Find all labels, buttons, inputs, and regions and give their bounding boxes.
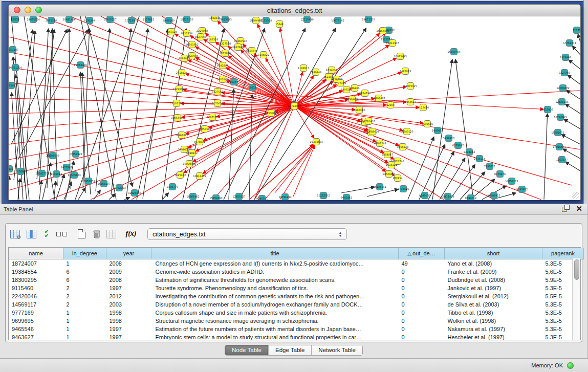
table-cell[interactable]: 9699695 [9, 317, 63, 325]
table-row[interactable]: 1938455462009Genome-wide association stu… [9, 268, 584, 276]
table-cell[interactable]: 0 [399, 325, 445, 333]
function-builder-icon[interactable]: f(x) [125, 228, 137, 240]
column-header-year[interactable]: year [106, 248, 151, 259]
table-cell[interactable]: 9777169 [9, 309, 63, 317]
node-table-grid[interactable]: namein_degreeyeartitle△out_de…shortpager… [9, 248, 584, 341]
table-cell[interactable]: Franke et al. (2009) [445, 268, 542, 276]
table-cell[interactable]: 1998 [106, 309, 151, 317]
table-row[interactable]: 977716911998Corpus callosum shape and si… [9, 309, 584, 317]
table-cell[interactable]: Yano et al. (2008) [445, 259, 542, 268]
table-cell[interactable]: 0 [399, 309, 445, 317]
table-cell[interactable]: 1997 [106, 284, 151, 292]
row-display-icon[interactable] [55, 228, 68, 240]
table-cell[interactable]: 9463627 [9, 333, 63, 341]
table-cell[interactable]: 1998 [106, 317, 151, 325]
table-cell[interactable]: 2009 [106, 268, 151, 276]
network-canvas[interactable]: 1663824055724205531020691406913130410655… [9, 16, 580, 200]
table-row[interactable]: 2242004622012Investigating the contribut… [9, 292, 584, 300]
table-cell[interactable]: 19384554 [9, 268, 63, 276]
table-cell[interactable]: Wolkin et al. (1998) [445, 317, 542, 325]
new-column-icon[interactable] [75, 228, 88, 240]
tab-node-table[interactable]: Node Table [225, 345, 268, 355]
table-cell[interactable]: 2008 [106, 259, 151, 268]
table-row[interactable]: 1830029562008Estimation of significance … [9, 276, 584, 284]
table-cell[interactable]: 18724007 [9, 259, 63, 268]
table-cell[interactable]: 18300295 [9, 276, 63, 284]
table-cell[interactable]: Jankovic et al. (1997) [445, 284, 542, 292]
zoom-window-icon[interactable] [35, 7, 42, 13]
table-cell[interactable]: 0 [399, 333, 445, 341]
table-row[interactable]: 1872400712008Changes of HCN gene express… [9, 259, 584, 268]
column-header-in_degree[interactable]: in_degree [63, 248, 106, 259]
table-row[interactable]: 946362711997Embryonic stem cells: a mode… [9, 333, 584, 341]
table-row[interactable]: 946554611997Estimation of the future num… [9, 325, 584, 333]
table-cell[interactable]: 2008 [106, 276, 151, 284]
table-cell[interactable]: 1997 [106, 333, 151, 341]
table-cell[interactable]: Corpus callosum shape and size in male p… [151, 309, 399, 317]
column-header-short[interactable]: short [445, 248, 542, 259]
column-header-out_de[interactable]: △out_de… [399, 248, 445, 259]
column-header-pagerank[interactable]: pagerank [542, 248, 584, 259]
table-cell[interactable]: 0 [399, 284, 445, 292]
table-row[interactable]: 911546021997Tourette syndrome. Phenomeno… [9, 284, 584, 292]
table-cell[interactable]: 1 [63, 317, 106, 325]
table-cell[interactable]: Embryonic stem cells: a model to study s… [151, 333, 399, 341]
table-cell[interactable]: Changes of HCN gene expression and I(f) … [151, 259, 399, 268]
graph-nodes[interactable]: 1663824055724205531020691406913130410655… [9, 16, 580, 200]
float-window-icon[interactable] [562, 205, 570, 212]
table-cell[interactable]: 49 [399, 259, 445, 268]
table-cell[interactable]: 2012 [106, 292, 151, 300]
table-cell[interactable]: 2 [63, 292, 106, 300]
table-row[interactable]: 969969511998Structural magnetic resonanc… [9, 317, 584, 325]
tab-network-table[interactable]: Network Table [311, 345, 362, 355]
table-cell[interactable]: 1 [63, 325, 106, 333]
node-table-header[interactable]: namein_degreeyeartitle△out_de…shortpager… [9, 248, 584, 259]
table-cell[interactable]: Genome-wide association studies in ADHD. [151, 268, 399, 276]
table-cell[interactable]: Disruption of a novel member of a sodium… [151, 300, 399, 309]
network-window[interactable]: citations_edges.txt 16638240557242055310… [8, 4, 581, 200]
table-cell[interactable]: Dudbridge et al. (2008) [445, 276, 542, 284]
column-header-name[interactable]: name [9, 248, 63, 259]
table-cell[interactable]: 9465546 [9, 325, 63, 333]
tab-edge-table[interactable]: Edge Table [268, 345, 311, 355]
table-row[interactable]: 1456911722003Disruption of a novel membe… [9, 300, 584, 309]
delete-table-icon[interactable] [105, 228, 117, 240]
table-cell[interactable]: 14569117 [9, 300, 63, 309]
table-cell[interactable]: Stergiakouli et al. (2012) [445, 292, 542, 300]
column-checklist-icon[interactable]: ✔✔ [40, 228, 53, 240]
table-cell[interactable]: 9115460 [9, 284, 63, 292]
table-cell[interactable]: 1997 [106, 325, 151, 333]
close-window-icon[interactable] [14, 7, 20, 13]
show-columns-icon[interactable] [25, 228, 37, 240]
table-cell[interactable]: Investigating the contribution of common… [151, 292, 399, 300]
node-table[interactable]: namein_degreeyeartitle△out_de…shortpager… [8, 247, 581, 340]
table-cell[interactable]: 0 [399, 300, 445, 309]
table-scrollbar[interactable] [572, 258, 580, 340]
delete-columns-icon[interactable] [91, 228, 103, 240]
table-cell[interactable]: 0 [399, 292, 445, 300]
network-window-titlebar[interactable]: citations_edges.txt [9, 5, 580, 16]
table-cell[interactable]: de Silva et al. (2003) [445, 300, 542, 309]
table-cell[interactable]: 1 [63, 259, 106, 268]
close-panel-icon[interactable]: ✕ [576, 205, 582, 212]
table-cell[interactable]: Tibbo et al. (1998) [445, 309, 542, 317]
table-cell[interactable]: 1 [63, 333, 106, 341]
table-cell[interactable]: 2003 [106, 300, 151, 309]
table-scrollbar-thumb[interactable] [574, 259, 579, 280]
table-mode-icon[interactable]: ⚙ [9, 228, 21, 240]
network-graph[interactable]: 1663824055724205531020691406913130410655… [9, 16, 580, 200]
table-cell[interactable]: 6 [63, 276, 106, 284]
table-cell[interactable]: 1 [63, 309, 106, 317]
table-cell[interactable]: 0 [399, 276, 445, 284]
table-cell[interactable]: 6 [63, 268, 106, 276]
table-cell[interactable]: 22420046 [9, 292, 63, 300]
table-cell[interactable]: 0 [399, 317, 445, 325]
table-cell[interactable]: Estimation of significance thresholds fo… [151, 276, 399, 284]
table-cell[interactable]: Structural magnetic resonance image aver… [151, 317, 399, 325]
network-table-selector[interactable]: citations_edges.txt ▲▼ [147, 228, 347, 240]
table-cell[interactable]: 0 [399, 268, 445, 276]
table-cell[interactable]: Tourette syndrome. Phenomenology and cla… [151, 284, 399, 292]
table-cell[interactable]: Nakamura et al. (1997) [445, 325, 542, 333]
table-cell[interactable]: Hescheler et al. (1997) [445, 333, 542, 341]
window-resize-grip[interactable] [572, 192, 579, 199]
